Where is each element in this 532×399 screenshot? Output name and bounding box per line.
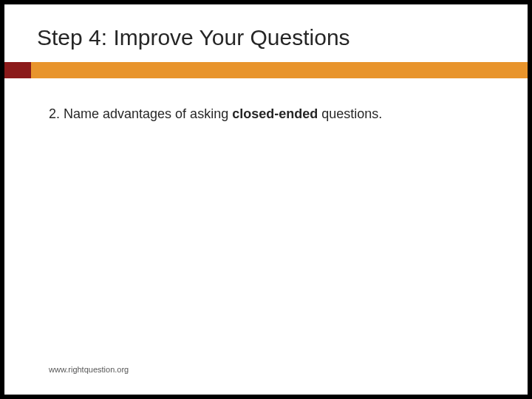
slide-title: Step 4: Improve Your Questions — [37, 25, 350, 50]
slide-container: Step 4: Improve Your Questions 2. Name a… — [4, 4, 528, 395]
accent-bar-left — [4, 62, 31, 78]
footer-text: www.rightquestion.org — [49, 365, 129, 374]
body-bold: closed-ended — [232, 106, 318, 121]
accent-bar — [4, 62, 528, 78]
body-prefix: 2. Name advantages of asking — [49, 106, 232, 121]
accent-bar-right — [31, 62, 528, 78]
body-text: 2. Name advantages of asking closed-ende… — [49, 106, 382, 122]
body-suffix: questions. — [318, 106, 382, 121]
